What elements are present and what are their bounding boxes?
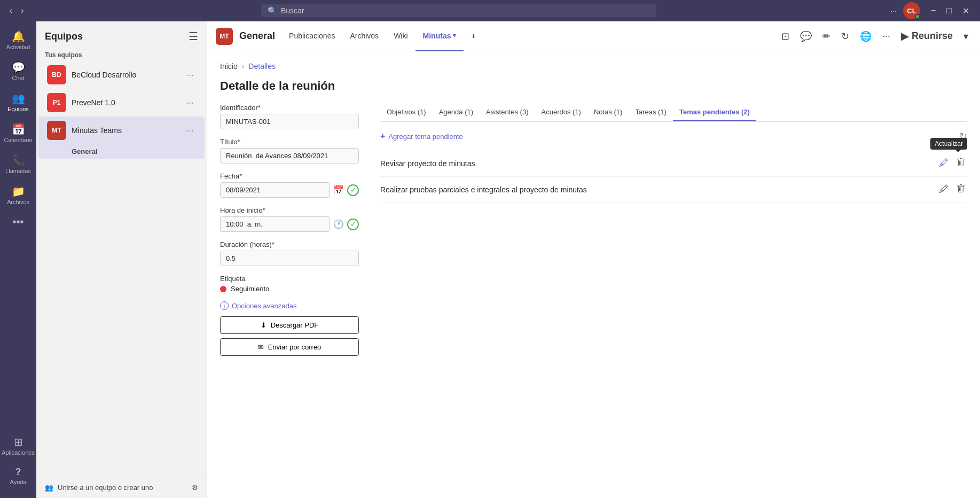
sidebar-item-ayuda[interactable]: ? Ayuda: [2, 462, 34, 489]
opciones-avanzadas[interactable]: i Opciones avanzadas: [220, 301, 359, 310]
form-label-duracion: Duración (horas)*: [220, 240, 359, 248]
tab-temas-pendientes[interactable]: Temas pendientes (2): [673, 104, 756, 121]
clock-icon: 🕐: [333, 219, 344, 229]
sidebar-item-calendario[interactable]: 📅 Calendario: [2, 119, 34, 147]
globe-button[interactable]: 🌐: [857, 28, 875, 44]
tab-asistentes[interactable]: Asistentes (3): [480, 104, 535, 121]
sidebar-bottom: ⊞ Aplicaciones ? Ayuda: [2, 431, 34, 494]
refresh-button[interactable]: ↻: [838, 28, 852, 44]
breadcrumb-inicio[interactable]: Inicio: [220, 62, 238, 71]
tab-agenda[interactable]: Agenda (1): [433, 104, 480, 121]
sidebar-item-aplicaciones-label: Aplicaciones: [2, 449, 35, 456]
tab-publicaciones[interactable]: Publicaciones: [281, 21, 342, 51]
sidebar-item-chat[interactable]: 💬 Chat: [2, 57, 34, 85]
app-container: ‹ › 🔍 ··· CL − □ ✕: [0, 0, 980, 498]
tab-add[interactable]: +: [464, 21, 483, 51]
edit-item-0-button[interactable]: [937, 157, 950, 170]
nav-back-button[interactable]: ‹: [6, 5, 15, 17]
form-label-fecha: Fecha*: [220, 172, 359, 180]
sidebar-item-aplicaciones[interactable]: ⊞ Aplicaciones: [2, 431, 34, 460]
fecha-input-row: 📅 ✓: [220, 182, 359, 198]
team-more-becloud[interactable]: ···: [184, 68, 196, 82]
form-label-titulo: Título*: [220, 138, 359, 146]
add-tema-button[interactable]: + Agregar tema pendiente: [380, 131, 463, 141]
form-group-duracion: Duración (horas)*: [220, 240, 359, 266]
maximize-button[interactable]: □: [942, 5, 956, 17]
team-name-becloud: BeCloud Desarrollo: [72, 71, 178, 79]
sidebar-item-actividad[interactable]: 🔔 Actividad: [2, 26, 34, 55]
tab-tareas[interactable]: Tareas (1): [629, 104, 673, 121]
form-label-etiqueta: Etiqueta: [220, 275, 359, 283]
delete-item-0-button[interactable]: [954, 157, 967, 170]
enviar-correo-button[interactable]: ✉ Enviar por correo: [220, 338, 359, 356]
input-identificador[interactable]: [220, 114, 359, 129]
more-button[interactable]: ···: [890, 6, 897, 15]
sidebar-item-archivos-label: Archivos: [7, 199, 29, 205]
join-button[interactable]: ▶ Reunirse: [898, 28, 956, 44]
team-avatar-minutas: MT: [47, 121, 66, 140]
team-more-prevenet[interactable]: ···: [184, 96, 196, 110]
channel-title: General: [239, 30, 275, 42]
edit-button[interactable]: ✏: [819, 28, 834, 44]
sidebar-item-equipos[interactable]: 👥 Equipos: [2, 88, 34, 116]
tab-notas[interactable]: Notas (1): [587, 104, 629, 121]
sidebar-icons: 🔔 Actividad 💬 Chat 👥 Equipos 📅 Calendari…: [0, 21, 36, 498]
main-layout: 🔔 Actividad 💬 Chat 👥 Equipos 📅 Calendari…: [0, 21, 980, 498]
settings-icon[interactable]: ⚙: [192, 484, 198, 492]
team-item-minutas[interactable]: MT Minutas Teams ···: [38, 116, 205, 144]
actividad-icon: 🔔: [12, 30, 25, 43]
form-group-hora: Hora de inicio* 🕐 ✓: [220, 206, 359, 232]
chat-icon: 💬: [12, 61, 25, 74]
input-titulo[interactable]: [220, 148, 359, 164]
detail-tabs: Objetivos (1) Agenda (1) Asistentes (3) …: [380, 104, 967, 122]
tab-objetivos[interactable]: Objetivos (1): [380, 104, 433, 121]
search-input[interactable]: [281, 6, 650, 15]
chat-button[interactable]: 💬: [797, 28, 815, 44]
form-section: Identificador* Título* Fecha*: [220, 104, 359, 360]
tab-archivos[interactable]: Archivos: [342, 21, 386, 51]
team-item-prevenet[interactable]: P1 PreveNet 1.0 ···: [38, 89, 205, 116]
team-avatar-becloud: BD: [47, 65, 66, 84]
delete-item-1-button[interactable]: [954, 183, 967, 196]
close-button[interactable]: ✕: [958, 5, 974, 17]
aplicaciones-icon: ⊞: [14, 435, 23, 448]
descargar-pdf-button[interactable]: ⬇ Descargar PDF: [220, 316, 359, 334]
edit-item-1-button[interactable]: [937, 183, 950, 196]
pending-item-actions-1: [937, 183, 967, 196]
breadcrumb-detalles[interactable]: Detalles: [248, 62, 276, 71]
sidebar-item-llamadas[interactable]: 📞 Llamadas: [2, 150, 34, 178]
equipos-icon: 👥: [12, 92, 25, 105]
enviar-correo-label: Enviar por correo: [268, 343, 322, 351]
page-content: Inicio › Detalles Detalle de la reunión …: [207, 51, 980, 498]
join-button-dropdown[interactable]: ▾: [960, 28, 971, 44]
nav-forward-button[interactable]: ›: [18, 5, 27, 17]
user-avatar[interactable]: CL: [903, 2, 920, 19]
sidebar-item-archivos[interactable]: 📁 Archivos: [2, 181, 34, 209]
minimize-button[interactable]: −: [927, 5, 940, 17]
channel-header: MT General Publicaciones Archivos Wiki M…: [207, 21, 980, 51]
input-duracion[interactable]: [220, 251, 359, 266]
video-icon: ▶: [901, 30, 908, 42]
tab-acuerdos[interactable]: Acuerdos (1): [535, 104, 587, 121]
sidebar-item-more[interactable]: •••: [2, 212, 34, 232]
team-more-minutas[interactable]: ···: [184, 124, 196, 137]
meeting-notes-button[interactable]: ⊡: [778, 28, 793, 44]
tab-minutas[interactable]: Minutas ▾: [415, 21, 464, 51]
avatar-status: [915, 14, 920, 19]
join-team-icon: 👥: [45, 484, 53, 492]
add-tema-label: Agregar tema pendiente: [388, 133, 462, 141]
team-item-becloud[interactable]: BD BeCloud Desarrollo ···: [38, 61, 205, 89]
tab-wiki[interactable]: Wiki: [386, 21, 415, 51]
detail-layout: Identificador* Título* Fecha*: [220, 104, 967, 360]
channel-tabs: Publicaciones Archivos Wiki Minutas ▾ +: [281, 21, 483, 51]
input-fecha[interactable]: [220, 182, 330, 198]
chevron-down-icon: ▾: [453, 32, 456, 39]
channel-item-general[interactable]: General: [38, 144, 205, 159]
more-options-button[interactable]: ···: [879, 28, 893, 44]
teams-list-footer[interactable]: 👥 Unirse a un equipo o crear uno ⚙: [36, 477, 207, 498]
teams-filter-icon[interactable]: ☰: [189, 30, 198, 43]
input-hora[interactable]: [220, 216, 330, 232]
channel-header-avatar: MT: [216, 28, 233, 45]
page-title: Detalle de la reunión: [220, 79, 967, 93]
etiqueta-value: Seguimiento: [231, 285, 269, 293]
